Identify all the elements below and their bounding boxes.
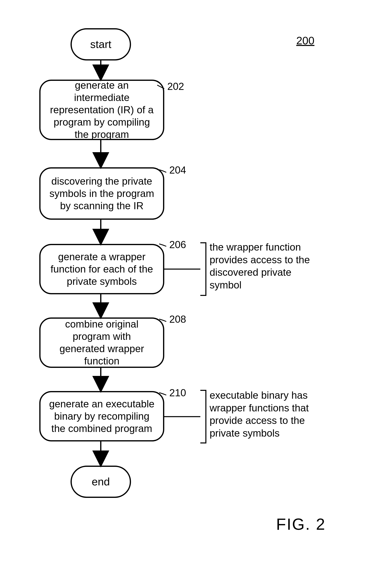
flowchart-figure: 200 start generate an intermediate repre… xyxy=(0,0,392,566)
annotation-206: the wrapper function provides access to … xyxy=(210,241,322,291)
step-label-210: 210 xyxy=(169,387,186,399)
process-202-text: generate an intermediate representation … xyxy=(49,79,155,141)
bracket-icon xyxy=(200,242,206,296)
figure-reference-numeral: 200 xyxy=(296,34,314,47)
step-label-204: 204 xyxy=(169,164,186,176)
process-208: combine original program with generated … xyxy=(39,317,164,368)
figure-label: FIG. 2 xyxy=(276,515,326,534)
bracket-icon xyxy=(200,390,206,443)
process-206: generate a wrapper function for each of … xyxy=(39,244,164,294)
annotation-210: executable binary has wrapper functions … xyxy=(210,389,322,439)
process-208-text: combine original program with generated … xyxy=(49,318,155,367)
step-label-208: 208 xyxy=(169,313,186,325)
terminal-start: start xyxy=(70,28,131,60)
process-210: generate an executable binary by recompi… xyxy=(39,391,164,441)
step-label-206: 206 xyxy=(169,239,186,251)
terminal-end: end xyxy=(70,466,131,498)
process-204-text: discovering the private symbols in the p… xyxy=(49,175,155,212)
process-206-text: generate a wrapper function for each of … xyxy=(49,251,155,288)
process-204: discovering the private symbols in the p… xyxy=(39,167,164,220)
terminal-end-label: end xyxy=(92,476,110,488)
process-202: generate an intermediate representation … xyxy=(39,80,164,140)
step-label-202: 202 xyxy=(167,81,184,92)
process-210-text: generate an executable binary by recompi… xyxy=(49,398,155,435)
terminal-start-label: start xyxy=(90,38,111,50)
